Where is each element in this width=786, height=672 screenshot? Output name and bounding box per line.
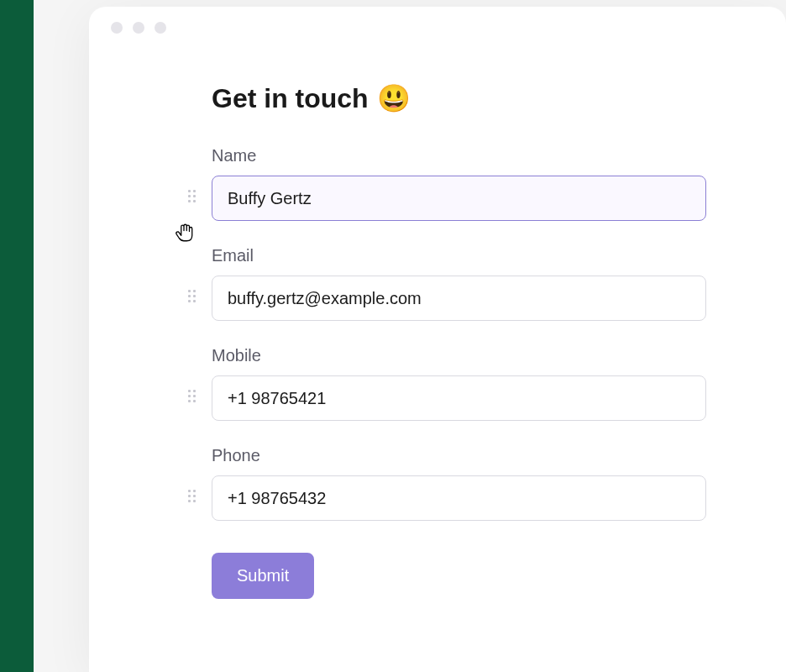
name-input[interactable]: [212, 176, 706, 221]
drag-handle-icon[interactable]: [188, 490, 200, 501]
form-content: Get in touch 😃 Name Email Mobile: [89, 49, 786, 599]
field-group-phone: Phone: [212, 446, 706, 521]
page-title: Get in touch 😃: [212, 82, 706, 114]
page-title-text: Get in touch: [212, 83, 369, 114]
mobile-input[interactable]: [212, 375, 706, 421]
maximize-icon[interactable]: [155, 22, 166, 34]
drag-handle-icon[interactable]: [188, 390, 200, 402]
window-titlebar: [89, 7, 786, 49]
mobile-label: Mobile: [212, 346, 706, 365]
name-label: Name: [212, 146, 706, 165]
submit-button[interactable]: Submit: [212, 553, 314, 599]
app-window: Get in touch 😃 Name Email Mobile: [89, 7, 786, 672]
smile-emoji-icon: 😃: [377, 82, 411, 114]
drag-handle-icon[interactable]: [188, 290, 200, 302]
close-icon[interactable]: [111, 22, 123, 34]
email-input[interactable]: [212, 276, 706, 321]
minimize-icon[interactable]: [133, 22, 144, 34]
field-group-mobile: Mobile: [212, 346, 706, 421]
drag-handle-icon[interactable]: [188, 190, 200, 202]
phone-input[interactable]: [212, 475, 706, 521]
field-group-email: Email: [212, 246, 706, 321]
email-label: Email: [212, 246, 706, 265]
phone-label: Phone: [212, 446, 706, 465]
page-left-accent: [0, 0, 34, 672]
grab-cursor-icon: [173, 222, 195, 244]
field-group-name: Name: [212, 146, 706, 221]
